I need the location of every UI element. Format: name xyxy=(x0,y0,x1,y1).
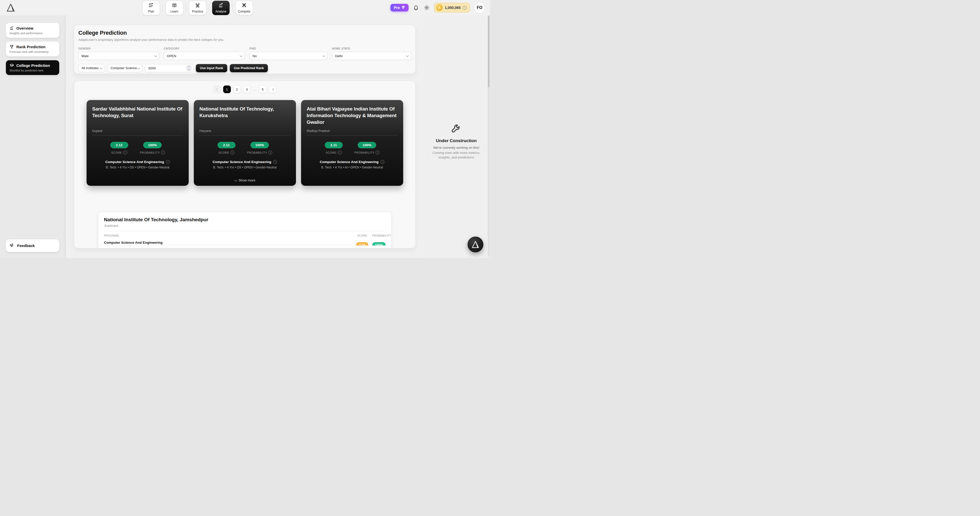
program-name: Computer Science And Engineering xyxy=(320,160,379,164)
program-info-icon[interactable] xyxy=(273,160,277,164)
under-construction-line2: Coming soon with more metrics, insights,… xyxy=(429,151,484,159)
pagination-page-2[interactable]: 2 xyxy=(233,86,241,93)
college-state: Madhya Pradesh xyxy=(307,129,398,133)
graduation-cap-icon xyxy=(10,63,14,68)
show-more-button[interactable]: Show more xyxy=(194,178,296,182)
probability-label: PROBABILITY xyxy=(140,151,160,154)
category-value: OPEN xyxy=(167,54,176,58)
coins-info-icon[interactable] xyxy=(463,6,466,10)
assistant-logo-button[interactable] xyxy=(468,237,484,252)
pagination-page-1[interactable]: 1 xyxy=(223,86,231,93)
sidebar-item-college-prediction[interactable]: College Prediction Shortlist by predicte… xyxy=(6,60,59,75)
home-state-label: HOME STATE xyxy=(332,47,411,50)
home-state-select[interactable]: Delhi xyxy=(332,52,411,60)
results-panel: 1 2 3 … 5 Sardar Vallabhbhai National In… xyxy=(74,81,415,248)
institute-filter-select[interactable]: All Institutes xyxy=(78,64,105,72)
nav-analyse[interactable]: Analyse xyxy=(212,1,229,15)
college-card[interactable]: National Institute Of Technology, Kuruks… xyxy=(194,100,296,186)
nav-compete[interactable]: Compete xyxy=(235,1,253,15)
user-avatar[interactable]: FO xyxy=(474,2,485,13)
feedback-label: Feedback xyxy=(17,243,35,248)
pagination-prev-button[interactable] xyxy=(213,86,221,93)
crossed-pencils-icon xyxy=(195,3,200,9)
gender-select[interactable]: Male xyxy=(78,52,159,60)
program-info-icon[interactable] xyxy=(380,160,384,164)
sidebar-item-subtitle: Insights and performance xyxy=(10,32,56,35)
score-info-icon[interactable] xyxy=(123,151,127,154)
content-area: Overview Insights and performance Rank P… xyxy=(0,15,490,258)
page-subtitle: AdaptLearn's proprietary algorithms anal… xyxy=(78,38,411,41)
chevron-down-icon xyxy=(100,66,103,69)
use-input-rank-button[interactable]: Use Input Rank xyxy=(196,64,227,72)
pagination-page-3[interactable]: 3 xyxy=(243,86,251,93)
coin-count: 1,000,065 xyxy=(445,6,461,10)
nav-analyse-label: Analyse xyxy=(215,10,226,13)
college-state: Gujarat xyxy=(92,129,183,133)
pwd-value: No xyxy=(253,54,257,58)
program-info-icon[interactable] xyxy=(166,160,170,164)
settings-gear-icon[interactable] xyxy=(423,4,430,11)
category-select[interactable]: OPEN xyxy=(164,52,245,60)
college-cards-row: Sardar Vallabhbhai National Institute Of… xyxy=(74,93,415,186)
home-state-value: Delhi xyxy=(335,54,343,58)
category-field: CATEGORY OPEN xyxy=(164,47,245,60)
pagination-next-button[interactable] xyxy=(269,86,277,93)
page-scrollbar[interactable] xyxy=(488,15,490,257)
pro-badge[interactable]: Pro xyxy=(390,4,408,11)
chevron-down-icon xyxy=(137,66,140,69)
college-prediction-form-panel: College Prediction AdaptLearn's propriet… xyxy=(74,25,415,74)
chevron-down-icon xyxy=(154,54,157,57)
rank-input-wrapper xyxy=(145,64,193,72)
score-info-icon[interactable] xyxy=(231,151,234,154)
chevron-down-icon xyxy=(188,68,190,70)
sidebar-item-rank-prediction[interactable]: Rank Prediction Forecast rank with uncer… xyxy=(6,41,59,56)
college-card[interactable]: Sardar Vallabhbhai National Institute Of… xyxy=(87,100,189,186)
overview-chart-icon xyxy=(10,26,14,30)
filters-row: All Institutes Computer Science xyxy=(78,64,411,72)
rank-input[interactable] xyxy=(148,66,180,70)
use-predicted-rank-button[interactable]: Use Predicted Rank xyxy=(230,64,268,72)
pwd-select[interactable]: No xyxy=(250,52,328,60)
gem-icon xyxy=(401,5,405,10)
college-name: National Institute Of Technology, Kuruks… xyxy=(199,106,290,128)
under-construction-line1: We're currently working on this! xyxy=(433,146,479,149)
nav-plan[interactable]: Plan xyxy=(143,1,160,15)
college-name: Atal Bihari Vajpayee Indian Institute Of… xyxy=(307,106,398,128)
route-icon xyxy=(149,3,154,9)
score-pill: 2.12 xyxy=(110,142,128,148)
rank-stepper[interactable] xyxy=(186,65,192,71)
nav-practice[interactable]: Practice xyxy=(189,1,206,15)
main-content: College Prediction AdaptLearn's propriet… xyxy=(65,15,425,258)
probability-pill: 100% xyxy=(143,142,162,148)
pagination: 1 2 3 … 5 xyxy=(74,86,415,93)
sidebar-item-overview[interactable]: Overview Insights and performance xyxy=(6,23,59,38)
score-info-icon[interactable] xyxy=(338,151,342,154)
chevron-right-icon xyxy=(271,88,274,91)
probability-label: PROBABILITY xyxy=(355,151,375,154)
chevron-down-icon xyxy=(322,54,325,57)
gender-field: GENDER Male xyxy=(78,47,159,60)
probability-info-icon[interactable] xyxy=(375,151,379,154)
college-state: Jharkhand xyxy=(104,224,385,228)
pagination-page-5[interactable]: 5 xyxy=(259,86,267,93)
college-card[interactable]: Atal Bihari Vajpayee Indian Institute Of… xyxy=(301,100,403,186)
probability-info-icon[interactable] xyxy=(161,151,165,154)
probability-header: PROBABILITY xyxy=(372,234,385,237)
megaphone-icon xyxy=(10,243,14,249)
notifications-bell-icon[interactable] xyxy=(413,4,419,11)
crossed-swords-icon xyxy=(242,3,247,9)
probability-info-icon[interactable] xyxy=(268,151,272,154)
branch-filter-select[interactable]: Computer Science xyxy=(108,64,142,72)
form-fields-row: GENDER Male CATEGORY OPEN xyxy=(78,47,411,60)
coins-balance-badge[interactable]: 1,000,065 xyxy=(434,3,470,13)
scrollbar-thumb[interactable] xyxy=(488,16,490,87)
trophy-icon xyxy=(10,44,14,49)
nav-learn[interactable]: Learn xyxy=(166,1,183,15)
right-pane: Under Construction We're currently worki… xyxy=(425,15,490,258)
sidebar-item-title: Overview xyxy=(16,26,33,30)
program-details: B. Tech. • 4 Yrs • OS • OPEN • Gender-Ne… xyxy=(92,166,183,169)
feedback-button[interactable]: Feedback xyxy=(6,240,59,252)
nav-learn-label: Learn xyxy=(170,10,178,13)
college-list-card[interactable]: National Institute Of Technology, Jamshe… xyxy=(98,212,391,248)
app-logo-icon[interactable] xyxy=(6,2,16,13)
